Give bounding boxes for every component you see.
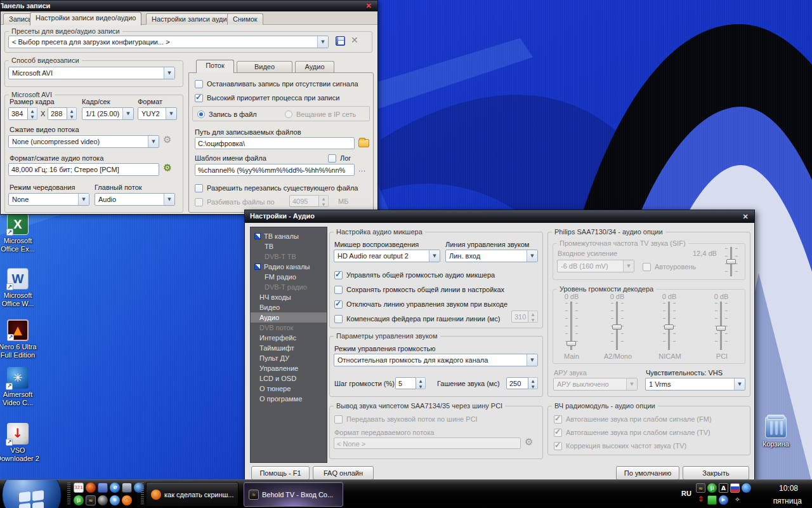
spinner-arrows-icon[interactable]: ▲▼ — [416, 377, 426, 389]
high-priority-row[interactable]: ✓Высокий приоритет процесса при записи — [195, 93, 339, 102]
recorder-titlebar[interactable]: Панель записи ✕ — [1, 1, 377, 11]
tree-item-tv[interactable]: ТВ — [251, 241, 327, 251]
tree-item-about-program[interactable]: О программе — [251, 394, 327, 404]
defaults-button[interactable]: По умолчанию — [616, 466, 679, 480]
log-checkbox-row[interactable]: Лог — [328, 154, 351, 163]
preset-combobox[interactable]: < Выбор пресета для загрузки конфигураци… — [8, 36, 329, 48]
tree-item-radio-channels[interactable]: Радио каналы — [251, 262, 327, 272]
desktop-icon-recycle-bin[interactable]: Корзина — [752, 417, 800, 448]
behold-tv-icon[interactable]: ≈ — [86, 495, 96, 505]
overwrite-row[interactable]: Разрешить перезапись существующего файла — [195, 184, 358, 192]
chevron-down-icon[interactable]: ▼ — [527, 250, 537, 262]
chevron-down-icon[interactable]: ▼ — [78, 194, 89, 205]
utorrent-tray-icon[interactable]: µ — [707, 483, 717, 493]
tab-stream-video[interactable]: Видео — [237, 61, 292, 72]
template-more-button[interactable]: ... — [358, 165, 366, 173]
spinner-arrows-icon[interactable]: ▲▼ — [28, 107, 37, 120]
wand-tray-icon[interactable]: ✧ — [733, 495, 742, 505]
player-tray-icon[interactable] — [742, 483, 751, 493]
audio-codec-settings-icon[interactable]: ⚙ — [163, 162, 171, 173]
tree-item-lf-inputs[interactable]: НЧ входы — [251, 292, 327, 302]
updown-arrows-tray-icon[interactable]: ⇕ — [696, 495, 705, 505]
desktop-icon-aimersoft[interactable]: ✳↗ AimersoftVideo C... — [0, 367, 42, 407]
media-app-icon[interactable] — [86, 483, 96, 493]
tab-audio-settings[interactable]: Настройки записи аудио — [146, 13, 237, 25]
checkbox-checked[interactable]: ✓ — [334, 300, 343, 309]
desktop-icon-vso[interactable]: ↓↗ VSODownloader 2 — [0, 423, 42, 463]
play-tray-icon[interactable]: ▶ — [719, 495, 728, 505]
tray-clock[interactable]: 10:08 — [779, 484, 798, 493]
tree-item-interface[interactable]: Интерфейс — [251, 333, 327, 343]
mute-time-spinner[interactable]: 250 ▲▼ — [506, 377, 538, 389]
chevron-down-icon[interactable]: ▼ — [164, 194, 174, 205]
punto-switcher-tray-icon[interactable]: A — [719, 483, 728, 493]
audio-format-field[interactable]: 48,000 кГц; 16 бит; Стерео [PCM] — [8, 163, 159, 176]
quicklaunch-handle[interactable] — [141, 483, 144, 505]
desktop-icon-excel[interactable]: X↗ MicrosoftOffice Ex... — [0, 213, 42, 253]
tree-item-timeshift[interactable]: Таймшифт — [251, 343, 327, 353]
tree-item-tv-channels[interactable]: ТВ каналы — [251, 231, 327, 241]
tab-stream-audio[interactable]: Аудио — [295, 61, 334, 72]
audio-dialog-titlebar[interactable]: Настройки - Аудио ✕ — [245, 210, 754, 223]
quicklaunch-handle[interactable] — [67, 483, 70, 505]
snowflake-icon[interactable]: ❄ — [110, 495, 120, 505]
disk-tool-icon[interactable] — [98, 483, 108, 493]
tree-item-remote[interactable]: Пульт ДУ — [251, 353, 327, 363]
browse-folder-icon[interactable] — [358, 139, 369, 147]
radio-selected[interactable] — [197, 110, 205, 118]
display-icon[interactable] — [122, 483, 132, 493]
chevron-down-icon[interactable]: ▼ — [527, 354, 537, 366]
fader-compensation-row[interactable]: Компенсация фейдера при гашении линии (м… — [334, 314, 500, 323]
behold-tv-tray-icon[interactable]: ≈ — [696, 483, 705, 493]
chevron-down-icon[interactable]: ▼ — [429, 250, 440, 262]
checkbox-unchecked[interactable] — [195, 80, 203, 88]
frame-height-spinner[interactable]: 288 ▲▼ — [48, 107, 77, 120]
language-indicator[interactable]: RU — [681, 490, 691, 497]
tree-item-fm-radio[interactable]: FM радио — [251, 272, 327, 282]
sensitivity-combobox[interactable]: 1 Vrms▼ — [645, 378, 745, 391]
frame-width-spinner[interactable]: 384 ▲▼ — [8, 107, 37, 120]
checkbox-unchecked[interactable] — [328, 154, 336, 163]
stop-no-signal-row[interactable]: Останавливать запись при отсутствии сигн… — [195, 79, 358, 88]
close-icon[interactable]: ✕ — [740, 212, 750, 221]
tree-item-about-tuner[interactable]: О тюнере — [251, 384, 327, 394]
desktop-icon-nero[interactable]: ▲↗ Nero 6 UltraFull Edition — [0, 319, 42, 359]
start-button[interactable] — [2, 479, 62, 508]
codec-settings-icon[interactable]: ⚙ — [163, 134, 171, 145]
russian-flag-icon[interactable] — [730, 483, 740, 493]
tab-video-audio-settings[interactable]: Настройки записи видео/аудио — [30, 12, 141, 25]
tree-check-icon[interactable] — [254, 233, 261, 239]
tab-snapshot[interactable]: Снимок — [227, 13, 263, 25]
record-path-field[interactable]: C:\оцифровка\ — [195, 137, 355, 149]
video-compression-combobox[interactable]: None (uncompressed video)▼ — [8, 135, 159, 148]
master-volume-row[interactable]: ✓Управлять общей громкостью аудио микшер… — [334, 271, 495, 279]
mute-on-exit-row[interactable]: ✓Отключать линию управления звуком при в… — [334, 300, 508, 309]
delete-preset-icon[interactable]: ✕ — [351, 35, 358, 45]
video-method-combobox[interactable]: Microsoft AVI▼ — [8, 67, 175, 79]
calendar-icon[interactable]: 321 — [74, 483, 84, 493]
save-preset-icon[interactable] — [336, 36, 345, 46]
satellite-icon[interactable] — [98, 495, 108, 505]
taskbar-task-firefox[interactable]: как сделать скринш... — [146, 482, 239, 507]
volume-mode-combobox[interactable]: Относительная громкость для каждого кана… — [334, 354, 538, 366]
tree-item-video[interactable]: Видео — [251, 302, 327, 312]
meter-tray-icon[interactable] — [707, 495, 717, 505]
checkbox-checked[interactable]: ✓ — [195, 94, 203, 102]
filename-template-field[interactable]: %channel% (%yy%%mm%%dd%-%hh%%nn% — [195, 164, 355, 176]
close-button[interactable]: Закрыть — [683, 466, 749, 480]
taskbar-task-behold-tv[interactable]: ≈ Behold TV - Вход Co... — [244, 482, 343, 507]
close-icon[interactable]: ✕ — [363, 1, 374, 10]
format-combobox[interactable]: YUY2▼ — [138, 107, 177, 120]
chevron-down-icon[interactable]: ▼ — [122, 108, 133, 119]
internet-explorer-icon[interactable]: e — [110, 483, 120, 493]
spinner-arrows-icon[interactable]: ▲▼ — [67, 107, 77, 120]
checkbox-unchecked[interactable] — [195, 184, 203, 192]
tree-item-control[interactable]: Управление — [251, 363, 327, 373]
help-button[interactable]: Помощь - F1 — [251, 466, 310, 480]
chevron-down-icon[interactable]: ▼ — [734, 378, 745, 390]
desktop-icon-word[interactable]: W↗ MicrosoftOffice W... — [0, 268, 42, 308]
checkbox-unchecked[interactable] — [334, 286, 343, 294]
save-volume-row[interactable]: Сохранять громкость общей линии в настро… — [334, 285, 504, 294]
utorrent-icon[interactable]: µ — [74, 495, 84, 505]
sound-line-combobox[interactable]: Лин. вход▼ — [445, 250, 538, 262]
